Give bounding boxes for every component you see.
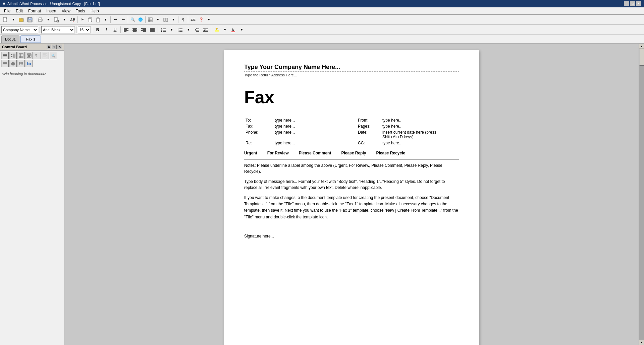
instructions-text[interactable]: If you want to make changes to the docum… (244, 195, 459, 220)
svg-rect-76 (28, 56, 30, 57)
save-button[interactable] (26, 16, 34, 24)
help-button[interactable]: ❓ (198, 16, 205, 24)
align-right-button[interactable] (140, 26, 148, 34)
spell-button[interactable]: ABC✓ (68, 16, 76, 24)
please-reply-checkbox[interactable]: Please Reply (341, 151, 366, 155)
number-list-button[interactable]: 1.2.3. (176, 26, 184, 34)
web-button[interactable]: 🌐 (137, 16, 144, 24)
paste-dropdown[interactable]: ▾ (102, 16, 109, 24)
from-value[interactable]: type here... (381, 117, 459, 123)
close-button[interactable]: ✕ (636, 1, 641, 6)
date-value[interactable]: insert current date here (press Shift+Al… (381, 129, 459, 140)
sb-btn-2[interactable] (9, 52, 17, 59)
menu-edit[interactable]: Edit (13, 7, 25, 14)
font-color-dropdown[interactable]: ▾ (238, 26, 246, 34)
font-selector[interactable]: Arial Black (41, 26, 75, 33)
phone-value[interactable]: type here... (273, 129, 351, 140)
align-center-button[interactable] (131, 26, 139, 34)
word-count-button[interactable]: 123 (189, 16, 197, 24)
doc01-tab[interactable]: Doc01 (1, 36, 19, 43)
fax1-tab[interactable]: Fax 1 (20, 36, 41, 43)
document-page[interactable]: Type Your Company Name Here... Type the … (224, 50, 479, 345)
bullet-list-button[interactable] (159, 26, 167, 34)
sb-btn-1[interactable] (1, 52, 9, 59)
number-dropdown[interactable]: ▾ (185, 26, 192, 34)
scroll-down-button[interactable]: ▼ (639, 340, 644, 345)
please-recycle-checkbox[interactable]: Please Recycle (376, 151, 405, 155)
font-color-button[interactable]: A (229, 26, 237, 34)
preview-button[interactable] (52, 16, 60, 24)
menu-tools[interactable]: Tools (73, 7, 88, 14)
sidebar-settings-button[interactable]: ⚙ (47, 45, 51, 49)
signature-text[interactable]: Signature here... (244, 234, 459, 238)
company-name-heading[interactable]: Type Your Company Name Here... (244, 64, 459, 72)
re-value[interactable]: type here... (273, 140, 351, 146)
sidebar-help-button[interactable]: ? (52, 45, 57, 49)
to-value[interactable]: type here... (273, 117, 351, 123)
open-button[interactable] (17, 16, 25, 24)
highlight-dropdown[interactable]: ▾ (221, 26, 229, 34)
no-heading-label: <No heading in document> (0, 69, 64, 78)
menu-file[interactable]: File (1, 7, 13, 14)
sidebar-close-button[interactable]: ✕ (57, 45, 62, 49)
show-formatting-button[interactable]: ¶ (179, 16, 187, 24)
fax-value[interactable]: type here... (273, 123, 351, 129)
columns-button[interactable] (162, 16, 169, 24)
help-dropdown[interactable]: ▾ (205, 16, 213, 24)
sb-btn-7[interactable]: 🔍 (50, 52, 57, 59)
bold-button[interactable]: B (94, 26, 102, 34)
table-dropdown[interactable]: ▾ (154, 16, 162, 24)
align-left-button[interactable] (122, 26, 130, 34)
new-button[interactable] (1, 16, 9, 24)
svg-text:¶: ¶ (35, 54, 37, 58)
align-justify-button[interactable] (148, 26, 156, 34)
sb-btn-8[interactable] (1, 60, 9, 67)
table-button[interactable] (147, 16, 154, 24)
indent-button[interactable] (202, 26, 210, 34)
sb-btn-6[interactable] (42, 52, 49, 59)
print-button[interactable] (36, 16, 44, 24)
for-review-checkbox[interactable]: For Review (267, 151, 289, 155)
scroll-thumb[interactable] (639, 49, 644, 66)
underline-button[interactable]: U (111, 26, 119, 34)
minimize-button[interactable]: ─ (624, 1, 629, 6)
new-dropdown[interactable]: ▾ (10, 16, 17, 24)
redo-button[interactable]: ↪ (119, 16, 127, 24)
find-button[interactable]: 🔍 (129, 16, 137, 24)
undo-button[interactable]: ↩ (112, 16, 119, 24)
copy-button[interactable] (87, 16, 94, 24)
preview-dropdown[interactable]: ▾ (61, 16, 68, 24)
italic-button[interactable]: I (102, 26, 110, 34)
sb-btn-5[interactable]: ¶ (34, 52, 41, 59)
paste-button[interactable] (94, 16, 102, 24)
sb-btn-10[interactable] (17, 60, 25, 67)
svg-rect-69 (19, 54, 23, 58)
cut-button[interactable]: ✂ (79, 16, 86, 24)
return-address[interactable]: Type the Return Address Here... (244, 73, 459, 77)
menu-insert[interactable]: Insert (44, 7, 59, 14)
pages-value[interactable]: type here... (381, 123, 459, 129)
print-dropdown[interactable]: ▾ (45, 16, 52, 24)
sb-btn-3[interactable] (17, 52, 25, 59)
outdent-button[interactable] (193, 26, 201, 34)
restore-button[interactable]: □ (630, 1, 635, 6)
fax-title[interactable]: Fax (244, 87, 459, 107)
sb-btn-11[interactable] (25, 60, 33, 67)
cc-value[interactable]: type here... (381, 140, 459, 146)
bullet-dropdown[interactable]: ▾ (168, 26, 175, 34)
notes-text[interactable]: Notes: Please underline a label among th… (244, 162, 459, 175)
sb-btn-4[interactable] (25, 52, 33, 59)
menu-format[interactable]: Format (25, 7, 44, 14)
menu-help[interactable]: Help (88, 7, 102, 14)
style-selector[interactable]: Company Name (1, 26, 38, 33)
scroll-up-button[interactable]: ▲ (639, 44, 644, 49)
urgent-checkbox[interactable]: Urgent (244, 151, 257, 155)
menu-view[interactable]: View (59, 7, 73, 14)
highlight-button[interactable] (213, 26, 221, 34)
sb-btn-9[interactable] (9, 60, 17, 67)
window-title: Atlantis Word Processor - Unregistered C… (7, 2, 100, 6)
size-selector[interactable]: 16 (78, 26, 91, 33)
body-text[interactable]: Type body of message here... Format your… (244, 179, 459, 191)
please-comment-checkbox[interactable]: Please Comment (299, 151, 331, 155)
columns-dropdown[interactable]: ▾ (170, 16, 177, 24)
